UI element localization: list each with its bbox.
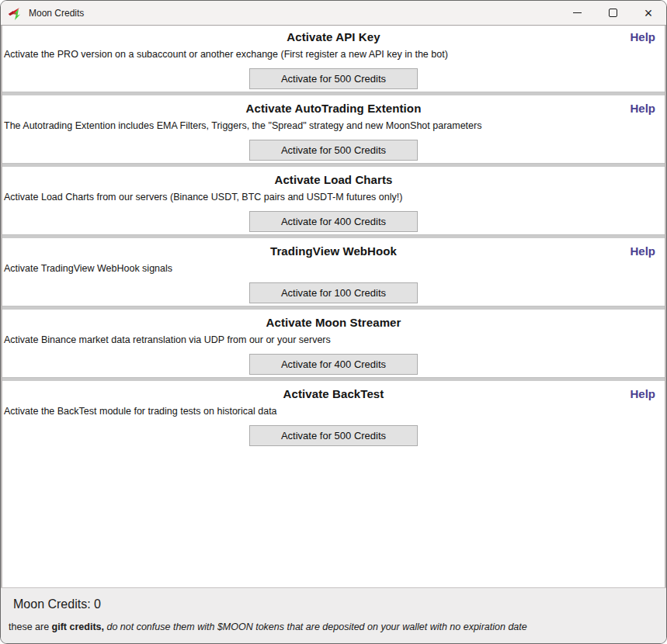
gift-credits-note: these are gift credits, do not confuse t…: [9, 621, 658, 632]
content-area: Activate API Key Help Activate the PRO v…: [1, 26, 666, 587]
section-api-key: Activate API Key Help Activate the PRO v…: [2, 26, 665, 89]
section-divider: [2, 89, 665, 97]
section-divider: [2, 375, 665, 383]
close-button[interactable]: ×: [631, 1, 666, 25]
activate-backtest-button[interactable]: Activate for 500 Credits: [249, 425, 418, 446]
minimize-icon: [573, 12, 582, 13]
section-title: Activate BackTest: [2, 387, 665, 400]
note-prefix: these are: [9, 621, 52, 632]
maximize-button[interactable]: [595, 1, 631, 25]
window-title: Moon Credits: [29, 8, 84, 19]
activate-load-charts-button[interactable]: Activate for 400 Credits: [249, 211, 418, 232]
section-load-charts: Activate Load Charts Activate Load Chart…: [2, 168, 665, 232]
moon-credits-window: Moon Credits × Activate API Key Help Act…: [0, 0, 667, 644]
activate-webhook-button[interactable]: Activate for 100 Credits: [249, 282, 418, 303]
section-backtest: Activate BackTest Help Activate the Back…: [2, 383, 665, 446]
minimize-button[interactable]: [559, 1, 595, 25]
help-link-api-key[interactable]: Help: [630, 30, 655, 43]
activate-autotrading-button[interactable]: Activate for 500 Credits: [249, 140, 418, 161]
close-icon: ×: [644, 6, 653, 20]
maximize-icon: [609, 9, 617, 17]
section-autotrading-extention: Activate AutoTrading Extention Help The …: [2, 97, 665, 161]
section-description: Activate TradingView WebHook signals: [2, 263, 665, 276]
section-description: Activate the BackTest module for trading…: [2, 406, 665, 419]
help-link-webhook[interactable]: Help: [630, 244, 655, 258]
section-description: Activate the PRO version on a subaccount…: [2, 49, 665, 62]
credits-balance: Moon Credits: 0: [13, 597, 658, 611]
section-title: Activate Moon Streamer: [2, 316, 665, 329]
activate-api-key-button[interactable]: Activate for 500 Credits: [249, 68, 418, 89]
section-moon-streamer: Activate Moon Streamer Activate Binance …: [2, 311, 665, 375]
section-divider: [2, 232, 665, 240]
section-description: Activate Load Charts from our servers (B…: [2, 192, 665, 205]
section-title: Activate AutoTrading Extention: [2, 102, 665, 115]
note-italic: do not confuse them with $MOON tokens th…: [104, 621, 527, 632]
app-logo-icon: [8, 6, 22, 20]
titlebar: Moon Credits ×: [1, 1, 666, 26]
help-link-backtest[interactable]: Help: [630, 387, 655, 400]
section-divider: [2, 303, 665, 311]
section-description: The Autotrading Extention includes EMA F…: [2, 120, 665, 133]
empty-area: [2, 446, 665, 587]
section-tradingview-webhook: TradingView WebHook Help Activate Tradin…: [2, 240, 665, 303]
section-divider: [2, 161, 665, 168]
section-title: Activate API Key: [2, 30, 665, 43]
footer: Moon Credits: 0 these are gift credits, …: [1, 587, 666, 643]
section-description: Activate Binance market data retranslati…: [2, 334, 665, 348]
section-title: Activate Load Charts: [2, 173, 665, 186]
activate-moon-streamer-button[interactable]: Activate for 400 Credits: [249, 354, 418, 375]
help-link-autotrading[interactable]: Help: [630, 102, 655, 115]
section-title: TradingView WebHook: [2, 244, 665, 258]
note-bold: gift credits,: [52, 621, 104, 632]
